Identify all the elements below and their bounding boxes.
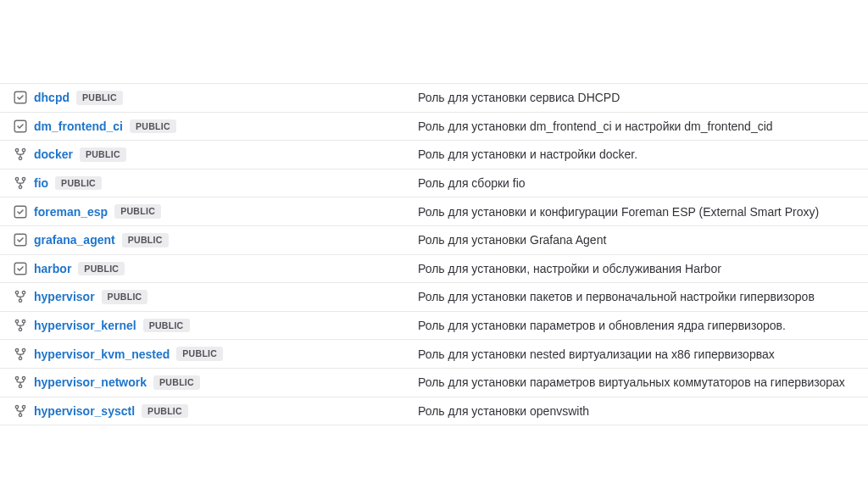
repo-row: fioPUBLICРоль для сборки fio bbox=[0, 169, 868, 198]
repo-left: hypervisor_sysctlPUBLIC bbox=[14, 404, 418, 419]
repository-list: dhcpdPUBLICРоль для установки сервиса DH… bbox=[0, 83, 868, 425]
visibility-badge: PUBLIC bbox=[114, 204, 161, 219]
repo-link[interactable]: hypervisor_sysctl bbox=[34, 404, 135, 418]
repo-row: dhcpdPUBLICРоль для установки сервиса DH… bbox=[0, 84, 868, 113]
repo-link[interactable]: grafana_agent bbox=[34, 233, 115, 247]
visibility-badge: PUBLIC bbox=[102, 290, 148, 304]
repo-left: hypervisorPUBLIC bbox=[14, 290, 418, 304]
visibility-badge: PUBLIC bbox=[130, 119, 176, 134]
repo-left: foreman_espPUBLIC bbox=[14, 204, 418, 219]
repo-description: Роль для установки параметров и обновлен… bbox=[418, 319, 868, 332]
fork-icon bbox=[14, 347, 27, 361]
visibility-badge: PUBLIC bbox=[55, 176, 102, 191]
visibility-badge: PUBLIC bbox=[143, 319, 190, 333]
repo-description: Роль для установки openvswith bbox=[418, 404, 868, 418]
repo-left: fioPUBLIC bbox=[14, 176, 418, 191]
repo-link[interactable]: dhcpd bbox=[34, 91, 70, 104]
repo-row: harborPUBLICРоль для установки, настройк… bbox=[0, 255, 868, 284]
repo-row: hypervisor_networkPUBLICРоль для установ… bbox=[0, 369, 868, 397]
repo-description: Роль для установки Grafana Agent bbox=[418, 233, 868, 247]
fork-icon bbox=[14, 176, 27, 190]
repo-description: Роль для установки, настройки и обслужив… bbox=[418, 262, 868, 275]
top-spacer bbox=[0, 0, 868, 83]
repo-link[interactable]: dm_frontend_ci bbox=[34, 119, 123, 133]
repo-left: dockerPUBLIC bbox=[14, 147, 418, 162]
repo-left: dm_frontend_ciPUBLIC bbox=[14, 119, 418, 134]
visibility-badge: PUBLIC bbox=[142, 404, 188, 419]
repo-row: hypervisor_kvm_nestedPUBLICРоль для уста… bbox=[0, 340, 868, 369]
repo-link[interactable]: hypervisor bbox=[34, 290, 95, 303]
visibility-badge: PUBLIC bbox=[78, 262, 125, 276]
repo-row: dm_frontend_ciPUBLICРоль для установки d… bbox=[0, 113, 868, 142]
repo-left: hypervisor_kvm_nestedPUBLIC bbox=[14, 347, 418, 361]
repo-left: hypervisor_kernelPUBLIC bbox=[14, 319, 418, 333]
visibility-badge: PUBLIC bbox=[176, 347, 223, 361]
repo-description: Роль для установки и конфигурации Forema… bbox=[418, 205, 868, 219]
repo-description: Роль для установки dm_frontend_ci и наст… bbox=[418, 119, 868, 133]
repo-description: Роль для установки параметров виртуальны… bbox=[418, 375, 868, 389]
repo-row: hypervisorPUBLICРоль для установки пакет… bbox=[0, 283, 868, 312]
fork-icon bbox=[14, 290, 27, 303]
repo-description: Роль для установки nested виртуализации … bbox=[418, 347, 868, 361]
repo-row: foreman_espPUBLICРоль для установки и ко… bbox=[0, 197, 868, 226]
repo-row: grafana_agentPUBLICРоль для установки Gr… bbox=[0, 226, 868, 255]
repo-description: Роль для сборки fio bbox=[418, 176, 868, 190]
repo-link[interactable]: docker bbox=[34, 147, 73, 161]
fork-icon bbox=[14, 147, 27, 161]
repo-link[interactable]: fio bbox=[34, 176, 48, 190]
repo-description: Роль для установки и настройки docker. bbox=[418, 147, 868, 161]
repo-row: hypervisor_kernelPUBLICРоль для установк… bbox=[0, 312, 868, 341]
repo-link[interactable]: foreman_esp bbox=[34, 205, 108, 219]
repo-link[interactable]: hypervisor_kernel bbox=[34, 319, 136, 332]
repo-link[interactable]: harbor bbox=[34, 262, 71, 275]
repo-link[interactable]: hypervisor_kvm_nested bbox=[34, 347, 170, 361]
fork-icon bbox=[14, 375, 27, 389]
project-icon bbox=[14, 119, 27, 133]
repo-left: dhcpdPUBLIC bbox=[14, 91, 418, 105]
project-icon bbox=[14, 205, 27, 219]
repo-row: hypervisor_sysctlPUBLICРоль для установк… bbox=[0, 397, 868, 426]
visibility-badge: PUBLIC bbox=[122, 233, 169, 247]
repo-left: hypervisor_networkPUBLIC bbox=[14, 375, 418, 390]
visibility-badge: PUBLIC bbox=[76, 91, 123, 105]
repo-description: Роль для установки пакетов и первоначаль… bbox=[418, 290, 868, 303]
project-icon bbox=[14, 262, 27, 275]
visibility-badge: PUBLIC bbox=[80, 147, 126, 162]
visibility-badge: PUBLIC bbox=[153, 375, 200, 390]
project-icon bbox=[14, 233, 27, 247]
repo-left: grafana_agentPUBLIC bbox=[14, 233, 418, 247]
repo-left: harborPUBLIC bbox=[14, 262, 418, 276]
fork-icon bbox=[14, 404, 27, 418]
repo-link[interactable]: hypervisor_network bbox=[34, 375, 147, 389]
repo-row: dockerPUBLICРоль для установки и настрой… bbox=[0, 141, 868, 169]
project-icon bbox=[14, 91, 27, 104]
repo-description: Роль для установки сервиса DHCPD bbox=[418, 91, 868, 104]
fork-icon bbox=[14, 319, 27, 332]
